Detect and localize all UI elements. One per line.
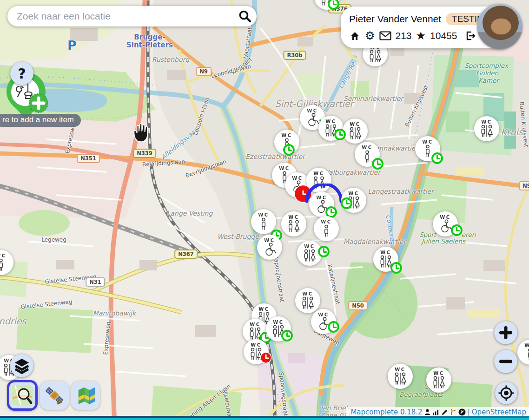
badge-open-now xyxy=(281,329,293,342)
map-marker-toilet-mw[interactable]: WC xyxy=(387,363,413,389)
svg-text:WC: WC xyxy=(524,343,529,348)
app-version-link[interactable]: Mapcomplete 0.18.2 xyxy=(350,408,422,416)
bottom-edge-bar xyxy=(0,416,529,420)
map-marker-toilet-mw[interactable]: WC xyxy=(474,116,500,142)
zoom-out-button[interactable] xyxy=(494,350,517,373)
help-question-mark: ? xyxy=(18,66,26,82)
map-marker-toilet-wh[interactable]: WC xyxy=(257,234,283,260)
map-marker-toilet-p1[interactable]: WC xyxy=(517,339,529,365)
map-marker-toilet-p2[interactable]: WC xyxy=(306,167,332,193)
search-icon[interactable] xyxy=(238,9,252,23)
plus-icon xyxy=(499,326,513,340)
minus-icon xyxy=(499,354,513,368)
svg-text:WC: WC xyxy=(362,145,372,150)
map-marker-toilet-wh[interactable]: WC xyxy=(311,308,337,335)
svg-text:WC: WC xyxy=(380,250,391,255)
svg-text:WC: WC xyxy=(279,166,290,171)
map-marker-toilet-wh[interactable]: WC xyxy=(309,191,335,217)
svg-text:WC: WC xyxy=(288,215,299,220)
badge-open-now xyxy=(317,245,330,258)
svg-text:WC: WC xyxy=(422,139,433,144)
map-marker-toilet-mw[interactable]: WC xyxy=(426,367,452,393)
svg-text:WC: WC xyxy=(433,371,444,376)
geolocate-button[interactable] xyxy=(495,382,517,404)
map-marker-toilet-p1[interactable]: WC xyxy=(274,129,300,155)
map-viewport[interactable]: PBrugge-Sint-PietersRustenburgExpressweg… xyxy=(0,0,529,420)
svg-text:WC: WC xyxy=(302,291,313,296)
mini-flag-icon xyxy=(450,409,456,416)
style-satellite-button[interactable] xyxy=(40,381,69,410)
badge-open-now xyxy=(450,224,463,236)
style-map-button[interactable] xyxy=(71,381,100,410)
user-name: Pieter Vander Vennet xyxy=(349,13,441,25)
map-marker-toilet-mw[interactable]: WC xyxy=(243,339,269,365)
add-item-tooltip: re to add a new item xyxy=(0,114,81,127)
badge-open-now xyxy=(327,0,340,10)
svg-text:WC: WC xyxy=(258,307,269,312)
badge-open-now xyxy=(431,152,443,164)
map-marker-toilet-p1[interactable]: WC xyxy=(251,209,277,235)
svg-text:WC: WC xyxy=(304,244,315,249)
search-bar[interactable] xyxy=(7,6,257,26)
map-marker-toilet-p1[interactable]: WC xyxy=(313,216,339,242)
user-avatar[interactable] xyxy=(477,4,522,49)
svg-text:WC: WC xyxy=(264,238,275,243)
search-input[interactable] xyxy=(16,10,238,22)
style-osm-button[interactable] xyxy=(7,380,38,411)
settings-gear-icon[interactable]: ⚙ xyxy=(365,30,375,41)
svg-text:WC: WC xyxy=(250,322,260,327)
svg-text:WC: WC xyxy=(350,122,360,127)
background-style-row xyxy=(7,381,100,411)
map-marker-toilet-p2[interactable]: WC xyxy=(281,211,307,237)
osm-link[interactable]: OpenStreetMap xyxy=(472,408,526,416)
star-count: 10455 xyxy=(430,30,457,41)
map-marker-toilet-mw[interactable]: WC xyxy=(318,115,344,141)
map-marker-toilet-mw[interactable]: WC xyxy=(297,240,323,266)
logout-icon[interactable] xyxy=(465,30,476,41)
layers-button[interactable] xyxy=(10,354,33,377)
map-marker-toilet-p2[interactable]: WC xyxy=(314,0,340,10)
home-icon[interactable] xyxy=(349,30,361,41)
map-marker-toilet-p1[interactable]: WC xyxy=(354,141,380,167)
osm-map-icon xyxy=(12,385,33,406)
badge-open-now xyxy=(371,158,384,170)
map-marker-toilet-mw[interactable]: WC xyxy=(373,246,399,272)
svg-text:WC: WC xyxy=(348,191,359,196)
contributor-icon[interactable] xyxy=(424,409,430,415)
svg-text:WC: WC xyxy=(292,176,303,181)
svg-text:WC: WC xyxy=(318,312,329,317)
folded-map-icon xyxy=(75,386,96,405)
badge-open-now xyxy=(390,262,403,274)
map-marker-toilet-mw[interactable]: WC xyxy=(341,187,367,213)
svg-text:WC: WC xyxy=(395,367,405,372)
svg-text:WC: WC xyxy=(273,320,284,325)
map-marker-toilet-p1[interactable]: WC xyxy=(415,136,441,162)
badge-open-now xyxy=(283,144,295,156)
map-marker-toilet-mw[interactable]: WC xyxy=(265,316,291,342)
map-marker-toilet-p1[interactable]: WC xyxy=(0,249,14,276)
svg-text:WC: WC xyxy=(325,119,336,124)
star-icon[interactable]: ★ xyxy=(416,30,426,41)
edit-pen-icon[interactable] xyxy=(441,409,448,416)
svg-text:WC: WC xyxy=(0,253,7,258)
badge-open-now xyxy=(340,197,353,210)
svg-text:WC: WC xyxy=(307,108,317,113)
help-button[interactable]: ? xyxy=(10,62,33,85)
svg-text:WC: WC xyxy=(321,219,331,224)
grab-hand-cursor xyxy=(132,123,149,142)
badge-open-now xyxy=(327,321,340,333)
badge-closed-now xyxy=(260,352,272,364)
zoom-in-button[interactable] xyxy=(494,321,517,344)
messages-icon[interactable] xyxy=(379,31,391,40)
svg-text:WC: WC xyxy=(481,119,492,125)
svg-text:WC: WC xyxy=(281,133,292,138)
cc-license-icon[interactable] xyxy=(458,408,466,416)
svg-text:WC: WC xyxy=(440,215,450,220)
svg-text:WC: WC xyxy=(313,171,324,176)
map-marker-toilet-wh[interactable]: WC xyxy=(432,211,458,237)
message-count: 213 xyxy=(396,30,412,41)
stats-icon[interactable] xyxy=(432,409,439,415)
svg-text:WC: WC xyxy=(258,212,269,217)
attribution-separator: | xyxy=(468,408,470,416)
map-marker-toilet-mw[interactable]: WC xyxy=(342,118,368,144)
